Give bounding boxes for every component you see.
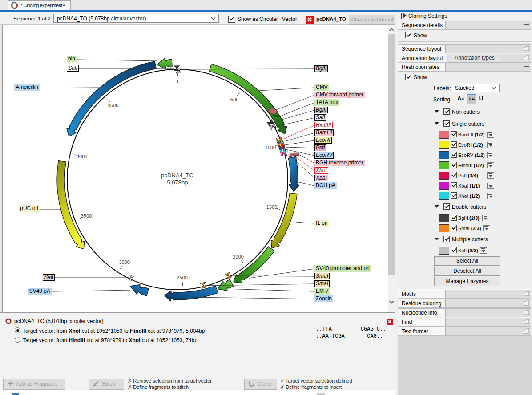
svg-text:3000: 3000 bbox=[119, 259, 129, 265]
svg-text:1500: 1500 bbox=[266, 204, 277, 210]
svg-text:1000: 1000 bbox=[265, 145, 276, 150]
svg-text:4500: 4500 bbox=[108, 103, 118, 108]
svg-text:2000: 2000 bbox=[233, 254, 243, 259]
svg-text:5,078bp: 5,078bp bbox=[167, 179, 188, 186]
svg-text:500: 500 bbox=[230, 97, 238, 102]
svg-text:2500: 2500 bbox=[177, 275, 187, 280]
svg-text:1: 1 bbox=[176, 79, 179, 84]
svg-text:4000: 4000 bbox=[77, 154, 87, 159]
svg-text:pcDNA4_TO: pcDNA4_TO bbox=[161, 172, 193, 179]
svg-text:3500: 3500 bbox=[81, 213, 92, 219]
